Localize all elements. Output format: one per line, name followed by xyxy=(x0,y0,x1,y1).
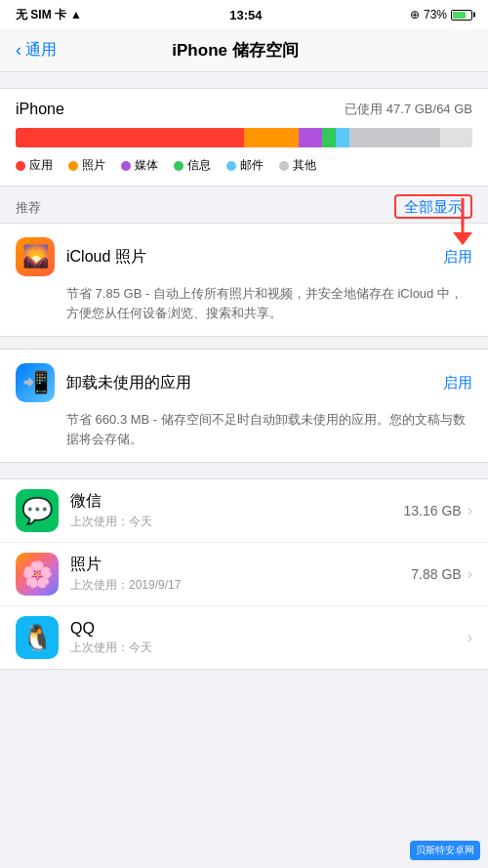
storage-used-label: 已使用 47.7 GB/64 GB xyxy=(345,101,472,118)
bar-media xyxy=(299,128,321,147)
bar-apps xyxy=(16,128,244,147)
legend-label-media: 媒体 xyxy=(135,157,158,174)
wechat-icon-emoji: 💬 xyxy=(21,496,53,526)
qq-size-container: › xyxy=(462,629,472,646)
storage-bar xyxy=(16,128,472,147)
qq-last-used: 上次使用：今天 xyxy=(70,640,462,656)
photos-size-container: 7.88 GB › xyxy=(411,565,472,583)
photos-name: 照片 xyxy=(70,555,411,575)
offload-apps-icon: 📲 xyxy=(16,363,55,402)
photos-icon-emoji: 🌸 xyxy=(21,559,53,590)
offload-apps-card: 📲 卸载未使用的应用 启用 节省 660.3 MB - 储存空间不足时自动卸载未… xyxy=(0,349,488,463)
legend-apps: 应用 xyxy=(16,157,53,174)
photos-info: 照片 上次使用：2019/9/17 xyxy=(70,555,411,594)
page-title: iPhone 储存空间 xyxy=(172,39,298,62)
qq-name: QQ xyxy=(70,620,462,638)
chevron-right-icon: › xyxy=(468,629,472,646)
chevron-right-icon: › xyxy=(468,502,472,519)
wechat-size: 13.16 GB xyxy=(404,503,462,518)
offload-apps-desc: 节省 660.3 MB - 储存空间不足时自动卸载未使用的应用。您的文稿与数据将… xyxy=(16,410,472,448)
table-row[interactable]: 💬 微信 上次使用：今天 13.16 GB › xyxy=(0,479,488,543)
status-right: ⊕ 73% xyxy=(410,8,472,21)
legend-other: 其他 xyxy=(279,157,316,174)
bar-messages xyxy=(322,128,336,147)
legend-media: 媒体 xyxy=(121,157,158,174)
legend-dot-messages xyxy=(174,161,183,171)
battery-fill xyxy=(453,12,466,19)
photos-size: 7.88 GB xyxy=(411,566,461,582)
legend-dot-mail xyxy=(226,161,236,171)
storage-section: iPhone 已使用 47.7 GB/64 GB 应用 照片 媒体 信息 邮件 xyxy=(0,88,488,186)
photos-icon: 🌸 xyxy=(16,553,59,596)
wechat-size-container: 13.16 GB › xyxy=(404,502,472,519)
photos-last-used: 上次使用：2019/9/17 xyxy=(70,577,411,594)
show-all-button[interactable]: 全部显示 xyxy=(394,194,472,219)
bar-photos xyxy=(244,128,299,147)
icloud-photos-icon: 🌄 xyxy=(16,237,55,276)
legend-photos: 照片 xyxy=(68,157,105,174)
qq-icon-emoji: 🐧 xyxy=(21,623,53,653)
rec-header-icloud: 🌄 iCloud 照片 启用 xyxy=(16,237,472,276)
rec-header-left-icloud: 🌄 iCloud 照片 xyxy=(16,237,146,276)
legend-messages: 信息 xyxy=(174,157,211,174)
status-time: 13:54 xyxy=(229,8,262,22)
status-bar: 无 SIM 卡 ▲ 13:54 ⊕ 73% xyxy=(0,0,488,29)
legend-label-photos: 照片 xyxy=(82,157,105,174)
battery-icon xyxy=(451,10,472,21)
bar-other xyxy=(349,128,441,147)
legend-label-mail: 邮件 xyxy=(240,157,264,174)
watermark: 贝斯特安卓网 xyxy=(410,841,480,860)
rec-header-offload: 📲 卸载未使用的应用 启用 xyxy=(16,363,472,402)
legend-label-apps: 应用 xyxy=(29,157,53,174)
wifi-icon: ▲ xyxy=(70,8,82,21)
wechat-name: 微信 xyxy=(70,491,404,512)
offload-apps-title: 卸载未使用的应用 xyxy=(66,373,191,393)
back-button[interactable]: ‹ 通用 xyxy=(16,40,57,61)
legend-label-other: 其他 xyxy=(293,157,316,174)
recommendations-header: 推荐 全部显示 xyxy=(0,186,488,223)
carrier-label: 无 SIM 卡 xyxy=(16,7,66,23)
icloud-photos-card: 🌄 iCloud 照片 启用 节省 7.85 GB - 自动上传所有照片和视频，… xyxy=(0,223,488,337)
device-name: iPhone xyxy=(16,101,64,118)
status-left: 无 SIM 卡 ▲ xyxy=(16,7,82,23)
wechat-info: 微信 上次使用：今天 xyxy=(70,491,404,530)
section-label: 推荐 xyxy=(16,199,41,217)
qq-info: QQ 上次使用：今天 xyxy=(70,620,462,656)
app-list: 💬 微信 上次使用：今天 13.16 GB › 🌸 照片 上次使用：2019/9… xyxy=(0,478,488,670)
legend-dot-apps xyxy=(16,161,25,171)
icloud-photos-title: iCloud 照片 xyxy=(66,247,146,268)
legend-dot-photos xyxy=(68,161,78,171)
chevron-right-icon: › xyxy=(468,565,472,583)
battery-percent: 73% xyxy=(424,8,447,21)
screen-rotation-icon: ⊕ xyxy=(410,8,420,21)
storage-legend: 应用 照片 媒体 信息 邮件 其他 xyxy=(16,157,472,174)
icloud-photos-desc: 节省 7.85 GB - 自动上传所有照片和视频，并安全地储存在 iCloud … xyxy=(16,284,472,322)
table-row[interactable]: 🌸 照片 上次使用：2019/9/17 7.88 GB › xyxy=(0,543,488,606)
qq-icon: 🐧 xyxy=(16,616,59,659)
wechat-icon: 💬 xyxy=(16,489,59,532)
table-row[interactable]: 🐧 QQ 上次使用：今天 › xyxy=(0,606,488,669)
chevron-left-icon: ‹ xyxy=(16,40,21,61)
show-all-wrapper: 全部显示 xyxy=(394,198,472,217)
legend-mail: 邮件 xyxy=(226,157,264,174)
rec-header-left-offload: 📲 卸载未使用的应用 xyxy=(16,363,191,402)
nav-bar: ‹ 通用 iPhone 储存空间 xyxy=(0,29,488,72)
wechat-last-used: 上次使用：今天 xyxy=(70,514,404,530)
legend-dot-media xyxy=(121,161,131,171)
back-label: 通用 xyxy=(25,40,57,61)
bar-mail xyxy=(336,128,349,147)
storage-header: iPhone 已使用 47.7 GB/64 GB xyxy=(16,101,472,118)
legend-dot-other xyxy=(279,161,289,171)
icloud-photos-action[interactable]: 启用 xyxy=(443,248,472,267)
offload-apps-action[interactable]: 启用 xyxy=(443,374,472,393)
legend-label-messages: 信息 xyxy=(187,157,211,174)
